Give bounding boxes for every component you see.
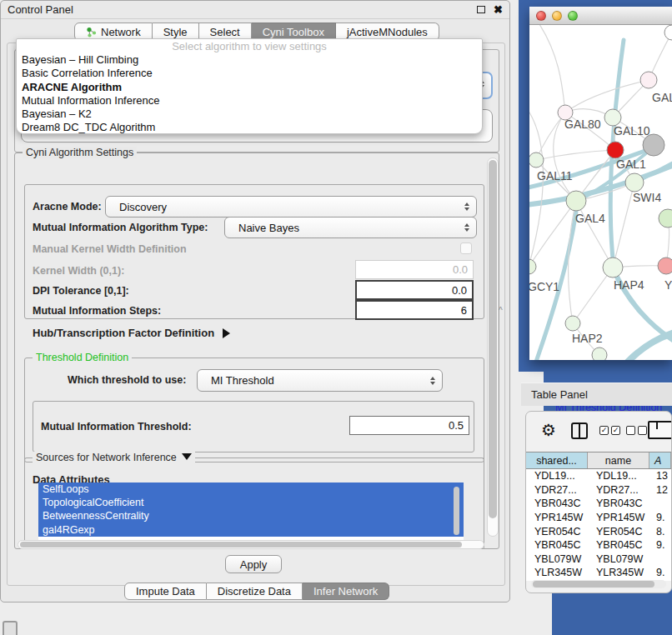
tab-cyni-toolbox-label: Cyni Toolbox xyxy=(263,26,324,38)
apply-button-label: Apply xyxy=(240,558,268,571)
scrollbar-thumb[interactable] xyxy=(489,160,497,518)
attribute-list-item[interactable]: BetweennessCentrality xyxy=(38,509,464,522)
network-node[interactable] xyxy=(607,142,624,158)
node-label: GAL4 xyxy=(575,212,605,225)
network-canvas[interactable]: GALGAL80GAL10GAL1GAL11SWI4GAL4GCY1HAP4YH… xyxy=(529,25,672,360)
table-horizontal-scrollbar[interactable] xyxy=(531,580,666,588)
network-window-titlebar[interactable] xyxy=(529,7,672,25)
float-icon[interactable] xyxy=(477,6,485,13)
node-label: GAL10 xyxy=(614,124,650,138)
attribute-list-item[interactable]: SelfLoops xyxy=(38,482,464,496)
settings-vertical-scrollbar[interactable] xyxy=(487,158,499,537)
mi-type-combo[interactable]: Naive Bayes xyxy=(224,217,477,238)
table-function-icon[interactable] xyxy=(648,421,672,439)
settings-horizontal-scrollbar[interactable] xyxy=(18,540,484,549)
tab-select-label: Select xyxy=(210,26,240,38)
column-header-shared-name[interactable]: shared... xyxy=(526,452,588,468)
columns-icon[interactable] xyxy=(571,422,588,439)
network-node[interactable] xyxy=(643,134,664,156)
algorithm-option[interactable]: Basic Correlation Inference xyxy=(17,67,482,80)
tab-discretize-data[interactable]: Discretize Data xyxy=(207,582,303,600)
node-label: SWI4 xyxy=(633,191,661,204)
algorithm-option[interactable]: ARACNE Algorithm xyxy=(17,81,482,94)
table-cell: YBL079W xyxy=(526,553,588,565)
which-threshold-combo[interactable]: MI Threshold xyxy=(197,369,443,392)
list-scrollbar[interactable] xyxy=(454,487,459,535)
network-node[interactable] xyxy=(592,348,607,360)
table-cell: 9. xyxy=(649,539,671,551)
mi-steps-field[interactable]: 6 xyxy=(355,300,474,320)
column-header-name[interactable]: name xyxy=(588,452,649,468)
checkbox-unchecked-icon[interactable] xyxy=(626,426,635,435)
mi-threshold-value: 0.5 xyxy=(449,419,464,432)
hub-definition-toggle[interactable]: Hub/Transcription Factor Definition xyxy=(33,327,230,339)
close-icon[interactable]: ✖ xyxy=(494,6,503,14)
column-header-partial[interactable]: A xyxy=(649,452,671,468)
table-row[interactable]: YBR045CYBR045C9. xyxy=(526,538,671,552)
network-edge xyxy=(536,150,615,160)
kernel-width-field[interactable]: 0.0 xyxy=(355,260,474,279)
network-node[interactable] xyxy=(664,25,672,40)
table-row[interactable]: YBL079WYBL079W xyxy=(526,552,671,567)
table-cell: 12 xyxy=(649,484,671,496)
aracne-mode-combo[interactable]: Discovery xyxy=(105,196,477,218)
network-node[interactable] xyxy=(659,209,672,228)
network-node[interactable] xyxy=(604,109,621,126)
minimize-traffic-light[interactable] xyxy=(552,11,562,21)
network-node[interactable] xyxy=(529,152,544,168)
table-row[interactable]: YLR345WYLR345W9. xyxy=(526,566,671,580)
table-row[interactable]: YPR145WYPR145W9. xyxy=(526,511,671,525)
algorithm-option[interactable]: Mutual Information Inference xyxy=(17,94,482,108)
close-traffic-light[interactable] xyxy=(536,11,546,21)
table-row[interactable]: YER054CYER054C8. xyxy=(526,524,671,538)
gear-icon[interactable]: ⚙ xyxy=(541,420,556,440)
scrollbar-thumb[interactable] xyxy=(20,542,462,548)
table-cell: YBR043C xyxy=(526,498,588,509)
algorithm-option[interactable]: Dream8 DC_TDC Algorithm xyxy=(17,121,482,134)
network-node[interactable] xyxy=(625,173,644,192)
tab-infer-network[interactable]: Infer Network xyxy=(303,582,389,600)
dpi-tolerance-field[interactable]: 0.0 xyxy=(355,280,474,300)
checkbox-checked-icon[interactable]: ✓ xyxy=(599,426,609,435)
tab-style-label: Style xyxy=(163,26,188,38)
attribute-list-item[interactable]: gal4RGexp xyxy=(38,523,464,537)
apply-button[interactable]: Apply xyxy=(225,555,282,573)
sources-title-text: Sources for Network Inference xyxy=(36,452,177,463)
table-cell: YDL19... xyxy=(526,470,588,482)
aracne-mode-value: Discovery xyxy=(113,201,459,213)
table-cell: YDL19... xyxy=(588,470,649,482)
table-cell: YDR27... xyxy=(588,484,649,496)
dropdown-placeholder: Select algorithm to view settings xyxy=(17,40,482,53)
panel-splitter-handle[interactable]: ^ xyxy=(499,306,503,315)
table-cell: YLR345W xyxy=(526,567,588,578)
algorithm-option[interactable]: Bayesian – Hill Climbing xyxy=(17,53,482,67)
network-node[interactable] xyxy=(658,258,672,274)
network-graph[interactable]: GALGAL80GAL10GAL1GAL11SWI4GAL4GCY1HAP4YH… xyxy=(529,25,672,360)
network-node[interactable] xyxy=(566,191,586,211)
manual-kernel-checkbox[interactable] xyxy=(460,242,472,254)
tab-jactivemnodules-label: jActiveMNodules xyxy=(347,26,428,38)
network-view-window: GALGAL80GAL10GAL1GAL11SWI4GAL4GCY1HAP4YH… xyxy=(529,7,672,360)
tab-impute-data[interactable]: Impute Data xyxy=(124,582,207,600)
scrollbar-thumb[interactable] xyxy=(533,581,654,588)
attribute-list-item[interactable]: TopologicalCoefficient xyxy=(38,496,464,509)
collapse-down-icon xyxy=(182,453,192,460)
mi-threshold-field[interactable]: 0.5 xyxy=(349,416,469,435)
algorithm-option[interactable]: Bayesian – K2 xyxy=(17,108,482,121)
table-row[interactable]: YBR043CYBR043C xyxy=(526,497,671,511)
table-row[interactable]: YDR27...YDR27...12 xyxy=(526,483,671,498)
network-node[interactable] xyxy=(529,259,536,274)
mi-steps-value: 6 xyxy=(461,304,467,317)
minimized-panel-icon[interactable] xyxy=(3,621,18,635)
sources-group-title[interactable]: Sources for Network Inference xyxy=(33,452,195,463)
network-node[interactable] xyxy=(603,258,623,278)
checkbox-checked-icon[interactable]: ✓ xyxy=(611,426,620,435)
tab-network-label: Network xyxy=(101,26,141,38)
zoom-traffic-light[interactable] xyxy=(568,11,578,21)
table-row[interactable]: YDL19...YDL19...13 xyxy=(526,469,671,483)
checkbox-unchecked-icon[interactable] xyxy=(638,426,647,435)
network-node[interactable] xyxy=(640,72,657,88)
data-attributes-list[interactable]: SelfLoopsTopologicalCoefficientBetweenne… xyxy=(38,482,464,547)
attribute-items: SelfLoopsTopologicalCoefficientBetweenne… xyxy=(38,482,464,537)
network-node[interactable] xyxy=(565,316,580,331)
